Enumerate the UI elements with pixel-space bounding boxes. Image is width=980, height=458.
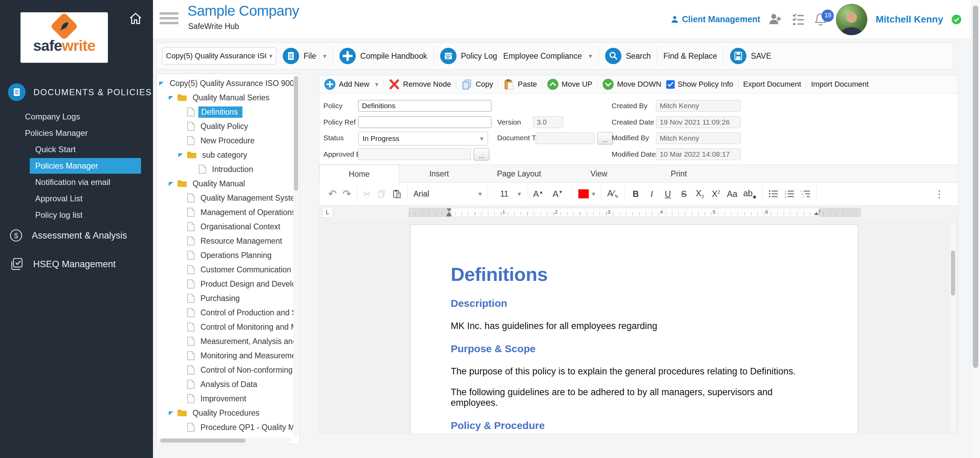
move-down-button[interactable]: Move DOWN <box>602 79 662 90</box>
superscript-icon[interactable]: X2 <box>711 189 721 199</box>
tree-node-definitions[interactable]: Definitions <box>157 105 293 119</box>
tree-node-customer-communication[interactable]: Customer Communication <box>157 262 293 277</box>
export-document-button[interactable]: Export Document <box>743 80 801 89</box>
tree-node-measurement-analysis-and-impro[interactable]: Measurement, Analysis and Impro <box>157 334 293 349</box>
tree-expander-icon[interactable] <box>178 152 183 158</box>
left-indent-box-marker[interactable] <box>447 215 452 216</box>
sidebar-item-policies-manager[interactable]: Policies Manager <box>0 125 153 141</box>
copy-icon[interactable] <box>377 189 386 199</box>
font-name-select[interactable]: Arial▼ <box>414 189 482 199</box>
cut-icon[interactable]: ✂ <box>363 189 371 199</box>
approved-by-browse-button[interactable]: ... <box>474 148 489 160</box>
user-name[interactable]: Mitchell Kenny <box>875 14 943 25</box>
tree-expander-icon[interactable] <box>159 81 164 86</box>
tree-expander-icon[interactable] <box>168 181 174 186</box>
hamburger-menu-icon[interactable] <box>159 12 178 27</box>
compile-handbook-button[interactable]: Compile Handbook <box>339 48 427 65</box>
horizontal-ruler[interactable]: 1234567 <box>409 208 861 217</box>
editor-scrollbar[interactable] <box>950 222 956 431</box>
undo-icon[interactable]: ↶ <box>328 189 337 199</box>
tree-node-improvement[interactable]: Improvement <box>157 391 293 406</box>
tree-node-operations-planning[interactable]: Operations Planning <box>157 248 293 262</box>
document-page[interactable]: DefinitionsDescriptionMK Inc. has guidel… <box>410 225 858 434</box>
tree-node-quality-procedures[interactable]: Quality Procedures <box>157 406 293 420</box>
left-indent-marker[interactable] <box>447 212 452 215</box>
tree-node-procedure-qp2-document-dat[interactable]: Procedure QP2 - Document & Dat <box>157 434 293 437</box>
highlight-icon[interactable]: ab◆ <box>743 189 756 199</box>
tree-node-monitoring-and-measurement[interactable]: Monitoring and Measurement <box>157 349 293 363</box>
save-button[interactable]: SAVE <box>730 48 772 65</box>
import-document-button[interactable]: Import Document <box>811 80 869 89</box>
tree-expander-icon[interactable] <box>168 95 174 100</box>
sidebar-section-documents-policies[interactable]: DOCUMENTS & POLICIES <box>0 83 152 101</box>
redo-icon[interactable]: ↷ <box>342 189 351 199</box>
approved-by-input[interactable] <box>358 149 471 160</box>
italic-icon[interactable]: I <box>647 189 657 199</box>
tab-print[interactable]: Print <box>639 165 719 182</box>
tree-horizontal-scrollbar[interactable] <box>158 438 292 443</box>
tab-view[interactable]: View <box>559 165 639 182</box>
tree-node-organisational-context[interactable]: Organisational Context <box>157 219 293 234</box>
more-options-icon[interactable]: ⋮ <box>935 189 949 200</box>
tree-node-copy-5-quality-assurance-iso-9001-2015[interactable]: Copy(5) Quality Assurance ISO 9001:2015 <box>157 76 293 90</box>
client-management-link[interactable]: Client Management <box>670 14 760 24</box>
user-avatar[interactable] <box>836 4 867 35</box>
add-new-button[interactable]: Add New▼ <box>324 79 378 90</box>
multilevel-list-icon[interactable]: 1ai <box>800 189 811 198</box>
find-replace-button[interactable]: Find & Replace <box>663 52 717 61</box>
tree-node-quality-manual-series[interactable]: Quality Manual Series <box>157 90 293 105</box>
paste-button[interactable]: Paste <box>503 79 537 90</box>
strikethrough-icon[interactable]: S <box>679 189 689 199</box>
sidebar-item-assessment-analysis[interactable]: $ Assessment & Analysis <box>0 228 127 243</box>
sidebar-item-company-logs[interactable]: Company Logs <box>0 109 153 125</box>
tab-stop-selector[interactable]: L <box>322 207 333 218</box>
policy-log-button[interactable]: Policy Log <box>440 48 497 65</box>
add-user-icon[interactable] <box>768 12 783 27</box>
tree-node-control-of-non-conforming-produc[interactable]: Control of Non-conforming Produc <box>157 363 293 377</box>
policy-ref-input[interactable] <box>358 116 492 128</box>
tree-node-procedure-qp1-quality-manager[interactable]: Procedure QP1 - Quality Manager <box>157 420 293 434</box>
tree-node-sub-category[interactable]: sub category <box>157 148 293 162</box>
bullet-list-icon[interactable] <box>768 189 778 198</box>
home-icon[interactable] <box>128 11 143 25</box>
file-button[interactable]: File▼ <box>282 48 326 65</box>
tree-node-quality-policy[interactable]: Quality Policy <box>157 119 293 133</box>
bold-icon[interactable]: B <box>631 189 641 199</box>
tree-node-analysis-of-data[interactable]: Analysis of Data <box>157 377 293 391</box>
first-line-indent-marker[interactable] <box>447 209 452 212</box>
remove-node-button[interactable]: Remove Node <box>388 79 451 90</box>
tree-node-control-of-production-and-service[interactable]: Control of Production and Service <box>157 306 293 320</box>
tree-node-quality-management-system[interactable]: Quality Management System <box>157 191 293 205</box>
sidebar-item-notification-via-email[interactable]: Notification via email <box>0 174 153 190</box>
tab-page-layout[interactable]: Page Layout <box>479 165 559 182</box>
sidebar-item-policy-log-list[interactable]: Policy log list <box>0 207 153 223</box>
tree-node-resource-management[interactable]: Resource Management <box>157 234 293 248</box>
tab-insert[interactable]: Insert <box>399 165 479 182</box>
copy-button[interactable]: Copy <box>461 79 493 90</box>
move-up-button[interactable]: Move UP <box>547 79 592 90</box>
tasks-checklist-icon[interactable] <box>791 12 805 27</box>
sidebar-item-hseq-management[interactable]: HSEQ Management <box>0 256 116 273</box>
paste-icon[interactable] <box>392 189 402 199</box>
tree-expander-icon[interactable] <box>168 410 174 416</box>
document-tag-browse-button[interactable]: ... <box>597 132 613 144</box>
sidebar-item-approval-list[interactable]: Approval List <box>0 190 153 207</box>
status-select[interactable]: In Progress▼ <box>358 132 488 146</box>
show-policy-info-checkbox[interactable]: Show Policy Info <box>666 80 733 89</box>
employee-compliance-button[interactable]: Employee Compliance▼ <box>503 52 592 61</box>
numbered-list-icon[interactable]: 123 <box>784 189 795 198</box>
font-size-select[interactable]: 11▼ <box>494 189 521 199</box>
sidebar-item-quick-start[interactable]: Quick Start <box>0 141 153 158</box>
document-tag-input[interactable] <box>536 132 595 144</box>
increase-font-icon[interactable]: A▲ <box>533 189 547 199</box>
tree-node-management-of-operations[interactable]: Management of Operations <box>157 205 293 219</box>
notifications-bell-icon[interactable]: 19 <box>813 12 828 27</box>
font-color-picker[interactable]: ▼ <box>578 189 595 199</box>
document-select[interactable]: Copy(5) Quality Assurance ISO 9▼ <box>162 48 276 65</box>
change-case-icon[interactable]: Aa <box>727 189 738 199</box>
search-button[interactable]: Search <box>605 48 651 65</box>
clear-format-icon[interactable]: A⁄✎ <box>607 189 618 200</box>
tree-node-new-procedure[interactable]: New Procedure <box>157 133 293 148</box>
tree-vertical-scrollbar[interactable] <box>293 75 299 436</box>
window-scrollbar[interactable] <box>971 0 980 458</box>
